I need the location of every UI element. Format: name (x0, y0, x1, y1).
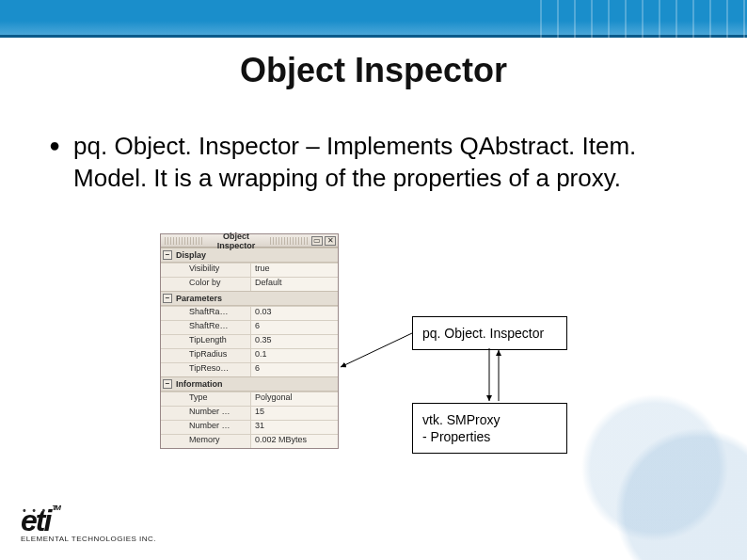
property-row[interactable]: Color by Default (161, 277, 338, 291)
bullet-dot: ● (49, 130, 60, 194)
property-value[interactable]: 6 (250, 363, 338, 376)
property-row[interactable]: TipLength 0.35 (161, 334, 338, 348)
section-header-parameters[interactable]: − Parameters (161, 291, 338, 306)
inspector-titlebar[interactable]: Object Inspector ▭ ✕ (161, 234, 338, 248)
property-value[interactable]: Polygonal (250, 392, 338, 406)
property-row[interactable]: TipRadius 0.1 (161, 348, 338, 362)
titlebar-grip-left (165, 237, 202, 245)
collapse-icon[interactable]: − (163, 294, 172, 303)
property-row[interactable]: ShaftRe… 6 (161, 320, 338, 334)
property-name: Number … (161, 421, 250, 434)
object-inspector-panel: Object Inspector ▭ ✕ − Display Visibilit… (160, 233, 339, 449)
bullet-block: ● pq. Object. Inspector – Implements QAb… (49, 130, 691, 194)
property-name: ShaftRe… (161, 321, 250, 334)
diagram-box-pqobjectinspector: pq. Object. Inspector (412, 316, 567, 350)
property-name: TipLength (161, 335, 250, 348)
property-row[interactable]: Memory 0.002 MBytes (161, 434, 338, 448)
property-row[interactable]: Visibility true (161, 263, 338, 277)
decorative-background (568, 381, 747, 560)
section-title: Display (176, 250, 206, 260)
box-label-line1: vtk. SMProxy (422, 411, 557, 428)
property-row[interactable]: TipReso… 6 (161, 362, 338, 376)
property-name: ShaftRa… (161, 307, 250, 320)
property-name: Type (161, 392, 250, 406)
property-value[interactable]: 0.002 MBytes (250, 435, 338, 448)
collapse-icon[interactable]: − (163, 379, 172, 389)
property-row[interactable]: Number … 15 (161, 406, 338, 420)
section-title: Information (176, 379, 223, 389)
property-value[interactable]: 0.35 (250, 335, 338, 348)
diagram-box-vtksmproxy: vtk. SMProxy - Properties (412, 403, 567, 454)
property-value[interactable]: 0.03 (250, 307, 338, 320)
property-row[interactable]: Type Polygonal (161, 392, 338, 406)
page-title: Object Inspector (0, 51, 747, 90)
property-name: TipReso… (161, 363, 250, 376)
property-name: Visibility (161, 264, 250, 277)
box-label-line2: - Properties (422, 428, 557, 445)
inspector-title: Object Inspector (206, 232, 266, 250)
logo-mark: • • • etiTM (21, 504, 59, 537)
close-icon[interactable]: ✕ (325, 236, 336, 246)
logo-tm: TM (52, 504, 59, 512)
property-row[interactable]: ShaftRa… 0.03 (161, 306, 338, 320)
property-name: Number … (161, 407, 250, 420)
maximize-icon[interactable]: ▭ (311, 236, 323, 246)
property-name: TipRadius (161, 349, 250, 362)
property-value[interactable]: 15 (250, 407, 338, 420)
section-title: Parameters (176, 294, 222, 303)
svg-line-0 (341, 333, 412, 367)
logo: • • • etiTM ELEMENTAL TECHNOLOGIES INC. (21, 504, 156, 543)
section-header-information[interactable]: − Information (161, 376, 338, 392)
property-name: Color by (161, 278, 250, 291)
bullet-text: pq. Object. Inspector – Implements QAbst… (73, 130, 691, 194)
property-value[interactable]: 31 (250, 421, 338, 434)
property-value[interactable]: Default (250, 278, 338, 291)
box-label: pq. Object. Inspector (422, 326, 544, 341)
collapse-icon[interactable]: − (163, 250, 172, 260)
titlebar-grip-right (270, 237, 308, 245)
property-value[interactable]: 0.1 (250, 349, 338, 362)
property-name: Memory (161, 435, 250, 448)
property-row[interactable]: Number … 31 (161, 420, 338, 434)
property-value[interactable]: true (250, 264, 338, 277)
header-bar (0, 0, 747, 38)
property-value[interactable]: 6 (250, 321, 338, 334)
